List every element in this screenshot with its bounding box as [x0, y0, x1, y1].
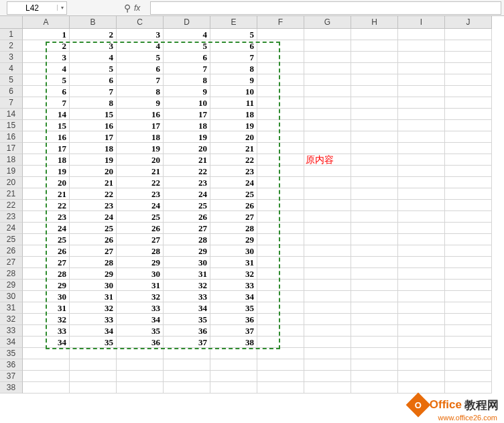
- cell-I5[interactable]: [398, 74, 445, 86]
- cell-B38[interactable]: [70, 382, 117, 394]
- cell-E23[interactable]: 27: [210, 211, 257, 223]
- cell-H22[interactable]: [351, 200, 398, 211]
- cell-C27[interactable]: 29: [117, 257, 164, 268]
- cell-G30[interactable]: [304, 291, 351, 302]
- cell-A3[interactable]: 3: [23, 52, 70, 63]
- cell-A30[interactable]: 30: [23, 291, 70, 302]
- cell-I3[interactable]: [398, 52, 445, 63]
- cell-J36[interactable]: [445, 359, 492, 371]
- cell-E21[interactable]: 25: [210, 188, 257, 200]
- row-header-14[interactable]: 14: [0, 109, 23, 120]
- cell-B6[interactable]: 7: [70, 86, 117, 97]
- row-header-30[interactable]: 30: [0, 291, 23, 302]
- cell-I18[interactable]: [398, 154, 445, 166]
- row-header-5[interactable]: 5: [0, 74, 23, 86]
- cell-A24[interactable]: 24: [23, 223, 70, 234]
- cell-B33[interactable]: 34: [70, 325, 117, 337]
- cell-B1[interactable]: 2: [70, 29, 117, 40]
- cell-G28[interactable]: [304, 268, 351, 280]
- cell-I7[interactable]: [398, 97, 445, 109]
- cell-G20[interactable]: [304, 177, 351, 188]
- cell-J30[interactable]: [445, 291, 492, 302]
- cell-D31[interactable]: 34: [164, 302, 210, 314]
- cell-I31[interactable]: [398, 302, 445, 314]
- cell-C14[interactable]: 16: [117, 109, 164, 120]
- cell-D22[interactable]: 25: [164, 200, 210, 211]
- cell-H37[interactable]: [351, 371, 398, 382]
- cell-F27[interactable]: [257, 257, 304, 268]
- cell-J29[interactable]: [445, 280, 492, 291]
- cell-C23[interactable]: 25: [117, 211, 164, 223]
- cell-J2[interactable]: [445, 40, 492, 52]
- cell-H20[interactable]: [351, 177, 398, 188]
- cell-I16[interactable]: [398, 131, 445, 143]
- formula-input[interactable]: [150, 1, 501, 15]
- cell-H29[interactable]: [351, 280, 398, 291]
- cell-F18[interactable]: [257, 154, 304, 166]
- cell-E22[interactable]: 26: [210, 200, 257, 211]
- cell-C19[interactable]: 21: [117, 166, 164, 177]
- cell-A5[interactable]: 5: [23, 74, 70, 86]
- row-header-20[interactable]: 20: [0, 177, 23, 188]
- cell-F2[interactable]: [257, 40, 304, 52]
- cell-H23[interactable]: [351, 211, 398, 223]
- cell-D30[interactable]: 33: [164, 291, 210, 302]
- cell-A23[interactable]: 23: [23, 211, 70, 223]
- cell-C37[interactable]: [117, 371, 164, 382]
- fx-icon[interactable]: fx: [134, 3, 150, 13]
- cell-H26[interactable]: [351, 245, 398, 257]
- cell-I14[interactable]: [398, 109, 445, 120]
- cell-E17[interactable]: 21: [210, 143, 257, 154]
- cell-I25[interactable]: [398, 234, 445, 245]
- cell-F3[interactable]: [257, 52, 304, 63]
- cell-B31[interactable]: 32: [70, 302, 117, 314]
- cell-C7[interactable]: 9: [117, 97, 164, 109]
- cell-B35[interactable]: [70, 348, 117, 359]
- cell-F26[interactable]: [257, 245, 304, 257]
- row-header-35[interactable]: 35: [0, 348, 23, 359]
- cell-D35[interactable]: [164, 348, 210, 359]
- cell-F15[interactable]: [257, 120, 304, 131]
- cell-D26[interactable]: 29: [164, 245, 210, 257]
- cell-J14[interactable]: [445, 109, 492, 120]
- col-header-G[interactable]: G: [304, 16, 351, 29]
- cell-B20[interactable]: 21: [70, 177, 117, 188]
- cell-B36[interactable]: [70, 359, 117, 371]
- cell-G19[interactable]: [304, 166, 351, 177]
- cell-I22[interactable]: [398, 200, 445, 211]
- cell-G3[interactable]: [304, 52, 351, 63]
- cell-B28[interactable]: 29: [70, 268, 117, 280]
- cell-F22[interactable]: [257, 200, 304, 211]
- cell-G16[interactable]: [304, 131, 351, 143]
- cell-C28[interactable]: 30: [117, 268, 164, 280]
- cell-J4[interactable]: [445, 63, 492, 74]
- cell-C6[interactable]: 8: [117, 86, 164, 97]
- cell-J31[interactable]: [445, 302, 492, 314]
- cell-F25[interactable]: [257, 234, 304, 245]
- cell-D36[interactable]: [164, 359, 210, 371]
- cell-E24[interactable]: 28: [210, 223, 257, 234]
- cell-J15[interactable]: [445, 120, 492, 131]
- cell-E31[interactable]: 35: [210, 302, 257, 314]
- cell-D1[interactable]: 4: [164, 29, 210, 40]
- cell-J26[interactable]: [445, 245, 492, 257]
- cell-F5[interactable]: [257, 74, 304, 86]
- cell-C31[interactable]: 33: [117, 302, 164, 314]
- cell-J16[interactable]: [445, 131, 492, 143]
- cell-E4[interactable]: 8: [210, 63, 257, 74]
- cell-D38[interactable]: [164, 382, 210, 394]
- cell-H6[interactable]: [351, 86, 398, 97]
- row-header-21[interactable]: 21: [0, 188, 23, 200]
- row-header-32[interactable]: 32: [0, 314, 23, 325]
- cell-H3[interactable]: [351, 52, 398, 63]
- cell-D32[interactable]: 35: [164, 314, 210, 325]
- cell-D4[interactable]: 7: [164, 63, 210, 74]
- cell-H34[interactable]: [351, 337, 398, 348]
- cell-F31[interactable]: [257, 302, 304, 314]
- cell-D20[interactable]: 23: [164, 177, 210, 188]
- cell-A21[interactable]: 21: [23, 188, 70, 200]
- cell-J37[interactable]: [445, 371, 492, 382]
- col-header-H[interactable]: H: [351, 16, 398, 29]
- cell-A33[interactable]: 33: [23, 325, 70, 337]
- row-header-22[interactable]: 22: [0, 200, 23, 211]
